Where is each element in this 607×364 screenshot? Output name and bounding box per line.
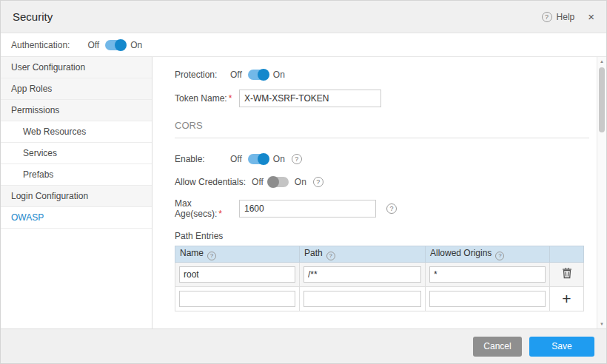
column-header-allowed-origins: Allowed Origins? bbox=[426, 246, 550, 263]
allow-credentials-off-label: Off bbox=[252, 177, 264, 187]
authentication-bar: Authentication: Off On bbox=[1, 33, 606, 57]
sidebar: User Configuration App Roles Permissions… bbox=[1, 57, 152, 328]
path-entries-table: Name? Path? Allowed Origins? bbox=[175, 246, 584, 311]
allow-credentials-row: Allow Credentials: Off On ? bbox=[175, 177, 589, 187]
help-icon[interactable]: ? bbox=[292, 154, 302, 164]
cell-actions bbox=[550, 263, 584, 287]
path-entries-label: Path Entries bbox=[175, 231, 589, 241]
max-age-row: Max Age(secs):* ? bbox=[175, 198, 589, 219]
path-entry-name-input[interactable] bbox=[179, 266, 295, 283]
allow-credentials-toggle[interactable] bbox=[269, 177, 289, 187]
toggle-knob bbox=[115, 39, 127, 51]
section-divider bbox=[175, 138, 589, 138]
sidebar-item-user-configuration[interactable]: User Configuration bbox=[1, 57, 152, 78]
column-header-label: Path bbox=[304, 248, 323, 258]
allow-credentials-label: Allow Credentials: bbox=[175, 177, 246, 187]
save-button[interactable]: Save bbox=[529, 337, 594, 357]
max-age-label: Max Age(secs):* bbox=[175, 198, 239, 219]
authentication-off-label: Off bbox=[87, 40, 99, 50]
authentication-on-label: On bbox=[130, 40, 142, 50]
vertical-scrollbar[interactable]: ▲ ▼ bbox=[597, 57, 606, 328]
max-age-label-text: Max Age(secs): bbox=[175, 198, 217, 219]
authentication-toggle[interactable] bbox=[105, 40, 124, 50]
path-entry-origins-input[interactable] bbox=[429, 291, 546, 307]
sidebar-item-prefabs[interactable]: Prefabs bbox=[1, 164, 152, 186]
help-link[interactable]: Help bbox=[557, 12, 575, 22]
max-age-input[interactable] bbox=[239, 200, 376, 218]
table-row: + bbox=[175, 287, 584, 311]
sidebar-item-services[interactable]: Services bbox=[1, 143, 152, 164]
cell-name bbox=[175, 263, 300, 287]
table-header-row: Name? Path? Allowed Origins? bbox=[175, 246, 584, 263]
help-icon[interactable]: ? bbox=[207, 252, 216, 260]
token-name-label: Token Name:* bbox=[175, 93, 239, 104]
required-asterisk: * bbox=[229, 93, 232, 104]
toggle-knob bbox=[267, 176, 279, 188]
enable-label: Enable: bbox=[175, 154, 230, 164]
scroll-down-icon[interactable]: ▼ bbox=[597, 320, 606, 328]
security-dialog: Security ? Help × Authentication: Off On… bbox=[0, 0, 607, 364]
cell-actions: + bbox=[550, 287, 584, 311]
cell-allowed-origins bbox=[426, 263, 550, 287]
dialog-body: User Configuration App Roles Permissions… bbox=[1, 57, 606, 328]
protection-label: Protection: bbox=[175, 70, 230, 80]
allow-credentials-on-label: On bbox=[295, 177, 306, 187]
required-asterisk: * bbox=[218, 209, 222, 219]
sidebar-item-app-roles[interactable]: App Roles bbox=[1, 78, 152, 100]
column-header-label: Allowed Origins bbox=[430, 248, 492, 258]
cors-section-title: CORS bbox=[175, 120, 589, 131]
sidebar-item-web-resources[interactable]: Web Resources bbox=[1, 121, 152, 143]
toggle-knob bbox=[258, 69, 269, 81]
dialog-header: Security ? Help × bbox=[1, 1, 606, 33]
page-title: Security bbox=[13, 10, 53, 23]
scrollbar-track[interactable] bbox=[597, 66, 606, 320]
cancel-button[interactable]: Cancel bbox=[473, 337, 522, 357]
cell-name bbox=[175, 287, 300, 311]
add-row-icon[interactable]: + bbox=[562, 291, 571, 306]
token-name-row: Token Name:* bbox=[175, 90, 589, 107]
path-entry-path-input[interactable] bbox=[304, 266, 421, 283]
path-entry-path-input[interactable] bbox=[304, 291, 421, 307]
path-entry-name-input[interactable] bbox=[179, 291, 295, 307]
enable-off-label: Off bbox=[230, 154, 242, 164]
token-name-input[interactable] bbox=[239, 90, 381, 107]
token-name-label-text: Token Name: bbox=[175, 93, 227, 104]
protection-on-label: On bbox=[273, 70, 285, 80]
scrollbar-thumb[interactable] bbox=[599, 67, 605, 132]
protection-toggle[interactable] bbox=[248, 70, 267, 80]
table-row bbox=[175, 263, 584, 287]
column-header-path: Path? bbox=[300, 246, 426, 263]
owasp-panel: Protection: Off On Token Name:* CORS Ena… bbox=[152, 57, 597, 328]
sidebar-item-login-configuration[interactable]: Login Configuration bbox=[1, 186, 152, 207]
delete-row-icon[interactable] bbox=[562, 267, 572, 279]
help-icon[interactable]: ? bbox=[495, 252, 504, 260]
help-icon[interactable]: ? bbox=[542, 12, 552, 22]
help-icon[interactable]: ? bbox=[313, 177, 323, 187]
toggle-knob bbox=[258, 153, 269, 165]
authentication-label: Authentication: bbox=[11, 40, 70, 50]
cell-allowed-origins bbox=[426, 287, 550, 311]
cell-path bbox=[300, 263, 426, 287]
dialog-footer: Cancel Save bbox=[1, 328, 606, 363]
enable-toggle[interactable] bbox=[248, 154, 267, 164]
protection-off-label: Off bbox=[230, 70, 242, 80]
column-header-label: Name bbox=[180, 248, 204, 258]
help-icon[interactable]: ? bbox=[326, 252, 335, 260]
column-header-actions bbox=[550, 246, 584, 263]
scroll-up-icon[interactable]: ▲ bbox=[597, 57, 606, 66]
path-entry-origins-input[interactable] bbox=[429, 266, 546, 283]
sidebar-item-owasp[interactable]: OWASP bbox=[1, 207, 152, 229]
cors-enable-row: Enable: Off On ? bbox=[175, 154, 589, 164]
column-header-name: Name? bbox=[175, 246, 300, 263]
header-actions: ? Help × bbox=[542, 10, 594, 23]
enable-on-label: On bbox=[273, 154, 285, 164]
cell-path bbox=[300, 287, 426, 311]
protection-row: Protection: Off On bbox=[175, 70, 589, 80]
sidebar-item-permissions[interactable]: Permissions bbox=[1, 100, 152, 121]
help-icon[interactable]: ? bbox=[386, 203, 397, 214]
close-icon[interactable]: × bbox=[588, 10, 594, 23]
